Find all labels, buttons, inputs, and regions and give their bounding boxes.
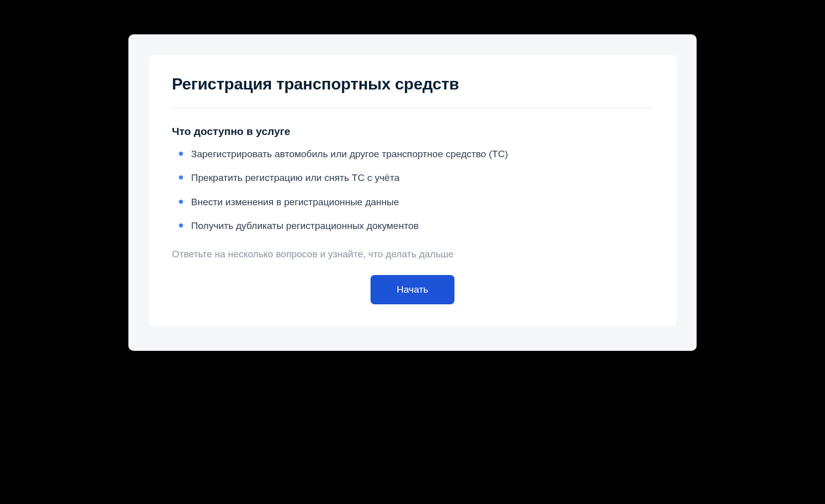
action-row: Начать [172,275,653,304]
section-subtitle: Что доступно в услуге [172,125,653,138]
list-item: Прекратить регистрацию или снять ТС с уч… [183,170,653,185]
page-title: Регистрация транспортных средств [172,75,653,108]
hint-text: Ответьте на несколько вопросов и узнайте… [172,249,653,260]
service-card: Регистрация транспортных средств Что дос… [149,55,676,327]
bullet-list: Зарегистрировать автомобиль или другое т… [172,147,653,234]
start-button[interactable]: Начать [371,275,455,304]
outer-panel: Регистрация транспортных средств Что дос… [128,34,697,351]
list-item: Зарегистрировать автомобиль или другое т… [183,147,653,161]
list-item: Получить дубликаты регистрационных докум… [183,218,653,233]
list-item: Внести изменения в регистрационные данны… [183,195,653,209]
